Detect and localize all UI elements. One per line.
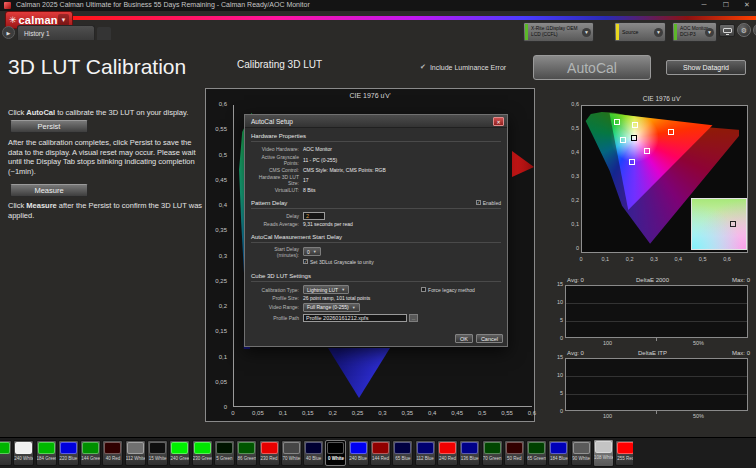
- swatch-color: [550, 442, 567, 454]
- pattern-swatch[interactable]: 15 White: [147, 440, 168, 466]
- pattern-swatch[interactable]: 108 White: [593, 440, 614, 467]
- history-nav-icon[interactable]: ▶: [2, 26, 15, 39]
- settings-button[interactable]: ⚙: [737, 23, 751, 37]
- autocal-button[interactable]: AutoCal: [533, 55, 651, 80]
- swatch-color: [439, 442, 456, 454]
- pattern-swatch[interactable]: 5 Green: [214, 440, 235, 466]
- pattern-swatch[interactable]: 230 Red: [259, 440, 280, 466]
- axis-tick-label: 0,5: [219, 152, 230, 158]
- axis-tick-label: 0,2: [219, 303, 230, 309]
- chevron-down-icon: ▼: [313, 249, 317, 254]
- axis-tick-label: 0,05: [247, 410, 269, 416]
- swatch-label: 240 Red: [438, 456, 457, 461]
- pattern-swatch[interactable]: 144 Green: [80, 440, 101, 466]
- tab-stub[interactable]: [97, 27, 111, 40]
- measure-button[interactable]: Measure: [10, 184, 88, 197]
- pattern-swatch[interactable]: 40 Red: [102, 440, 123, 466]
- pattern-swatch[interactable]: 230 Green: [192, 440, 213, 466]
- measurement-marker: [668, 129, 674, 135]
- source-status-indicator: [616, 24, 619, 40]
- source-dropdown[interactable]: Source ▼: [614, 22, 666, 42]
- pattern-swatch[interactable]: 220 Blue: [58, 440, 79, 466]
- property-value: 8 Bits: [303, 187, 316, 193]
- pattern-swatch[interactable]: 136 Blue: [459, 440, 480, 466]
- property-label: VirtualLUT:: [251, 187, 303, 193]
- swatch-label: 5 Green: [215, 456, 234, 461]
- pattern-swatch[interactable]: 184 Blue: [548, 440, 569, 466]
- swatch-color: [283, 442, 300, 454]
- force-legacy-checkbox[interactable]: Force legacy method: [421, 287, 475, 293]
- pattern-swatch-strip: 240 White184 Green220 Blue144 Green40 Re…: [0, 440, 633, 468]
- minimize-button[interactable]: ─: [696, 0, 712, 10]
- pattern-swatch[interactable]: 86 Green: [236, 440, 257, 466]
- cancel-button[interactable]: Cancel: [476, 334, 503, 343]
- pattern-swatch[interactable]: [0, 440, 12, 466]
- swatch-color: [238, 442, 255, 454]
- pattern-swatch[interactable]: 112 Blue: [415, 440, 436, 466]
- meter-dropdown[interactable]: X-Rite i1Display OEM LCD (CCFL) ▼: [523, 22, 594, 42]
- display-dropdown[interactable]: AOC Monitor DCI-P3 ▼: [672, 22, 717, 42]
- swatch-color: [372, 442, 389, 454]
- pattern-swatch[interactable]: 65 Green: [526, 440, 547, 466]
- result-chart-title: CIE 1976 u'v': [568, 95, 756, 102]
- axis-tick-label: 0,15: [215, 328, 230, 334]
- tab-history-1[interactable]: History 1: [17, 25, 95, 40]
- pattern-swatch[interactable]: 255 Red: [615, 440, 633, 466]
- delay-input[interactable]: 2: [303, 212, 325, 220]
- swatch-color: [261, 442, 278, 454]
- pattern-swatch[interactable]: 0 White: [325, 440, 346, 466]
- pattern-swatch[interactable]: 65 Blue: [392, 440, 413, 466]
- cie-locus-blue-tip: [328, 348, 390, 398]
- video-range-label: Video Range:: [251, 304, 303, 310]
- start-delay-dropdown[interactable]: 0▼: [303, 247, 321, 256]
- profile-path-label: Profile Path: [251, 315, 303, 321]
- browse-button[interactable]: …: [409, 314, 418, 322]
- gear-icon: ⚙: [741, 27, 747, 34]
- pattern-swatch[interactable]: 240 Blue: [348, 440, 369, 466]
- show-datagrid-button[interactable]: Show Datagrid: [666, 60, 746, 75]
- axis-tick-label: 0,5: [571, 125, 579, 131]
- maximize-button[interactable]: ☐: [718, 0, 734, 10]
- pattern-window-button[interactable]: [719, 24, 735, 37]
- swatch-color: [216, 442, 233, 454]
- calibration-type-dropdown[interactable]: Lightning LUT▼: [303, 285, 349, 294]
- chevron-down-icon[interactable]: ▼: [654, 28, 663, 37]
- persist-button[interactable]: Persist: [10, 120, 88, 133]
- enabled-checkbox[interactable]: ✓ Enabled: [476, 200, 501, 206]
- dialog-close-icon[interactable]: ✕: [493, 117, 504, 126]
- calman-flower-icon: ✳: [9, 16, 17, 25]
- pattern-swatch[interactable]: 112 White: [125, 440, 146, 466]
- grayscale-unity-checkbox[interactable]: ✓ Set 3DLut Grayscale to unity: [303, 259, 374, 265]
- deltae-x-label: 50%: [693, 340, 704, 346]
- pattern-swatch[interactable]: 240 Red: [437, 440, 458, 466]
- deltae-y-axis: 1510 50: [553, 354, 563, 414]
- close-button[interactable]: ✕: [739, 0, 755, 10]
- history-tab-label: History 1: [24, 30, 50, 37]
- pattern-swatch[interactable]: 240 White: [13, 440, 34, 466]
- ok-button[interactable]: OK: [455, 334, 473, 343]
- pattern-swatch[interactable]: 70 Green: [482, 440, 503, 466]
- axis-tick-label: 0,4: [219, 202, 230, 208]
- meter-line2: LCD (CCFL): [531, 32, 577, 38]
- pattern-swatch[interactable]: 90 White: [571, 440, 592, 466]
- deltae-plot: [565, 285, 748, 338]
- pattern-swatch[interactable]: 70 White: [281, 440, 302, 466]
- pattern-swatch[interactable]: 144 Red: [370, 440, 391, 466]
- pattern-swatch[interactable]: 50 Red: [504, 440, 525, 466]
- video-range-dropdown[interactable]: Full Range (0-255)▼: [303, 303, 360, 312]
- pattern-swatch[interactable]: 240 Green: [169, 440, 190, 466]
- axis-tick-label: 0,45: [446, 410, 468, 416]
- chevron-down-icon[interactable]: ▼: [705, 28, 714, 37]
- include-luminance-checkbox[interactable]: ✔ Include Luminance Error: [420, 63, 506, 71]
- persist-description: After the calibration completes, click P…: [8, 138, 204, 176]
- profile-path-input[interactable]: Profile 20260161212.xpfs: [303, 314, 407, 322]
- pattern-swatch[interactable]: 184 Green: [36, 440, 57, 466]
- profile-size-label: Profile Size:: [251, 295, 303, 301]
- property-value: AOC Monitor: [303, 146, 332, 152]
- swatch-label: 184 Green: [37, 456, 56, 461]
- result-cie-chart: CIE 1976 u'v' 0,60,50,40,30,20,10 00,10,…: [568, 95, 756, 267]
- source-label: Source: [622, 30, 638, 36]
- pattern-swatch[interactable]: 40 Blue: [303, 440, 324, 466]
- chevron-down-icon[interactable]: ▼: [582, 28, 591, 37]
- swatch-color: [484, 442, 501, 454]
